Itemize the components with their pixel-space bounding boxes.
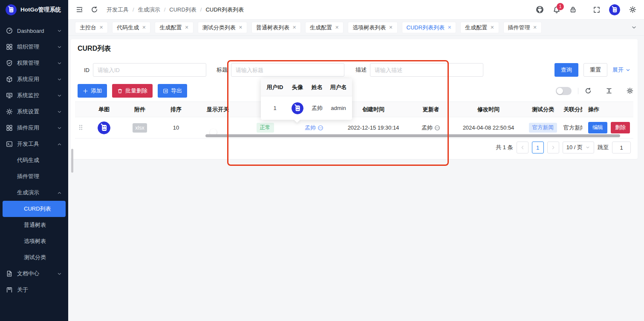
data-table: 单图 附件 排序 显示开关 创建时间 更新者 修改时间 测试分类 关联分类 操作 xyxy=(75,101,633,139)
attachment-badge[interactable]: xlsx xyxy=(133,123,147,133)
sidebar-item-org[interactable]: 组织管理 xyxy=(0,39,68,55)
logo-row[interactable]: HotGo管理系统 xyxy=(0,0,68,20)
refresh-icon[interactable] xyxy=(91,6,98,13)
notifications[interactable]: 1 xyxy=(553,6,560,14)
close-icon[interactable] xyxy=(99,25,103,30)
reset-button[interactable]: 重置 xyxy=(583,63,607,77)
striped-toggle[interactable] xyxy=(556,87,572,95)
popover-username: admin xyxy=(326,105,350,111)
breadcrumb-item[interactable]: CURD列表 xyxy=(169,6,205,14)
sidebar-item-code-gen[interactable]: 代码生成 xyxy=(0,152,68,168)
prev-page-button[interactable] xyxy=(517,142,528,153)
page-size-select[interactable]: 10 / 页 xyxy=(563,142,594,153)
delete-button[interactable]: 删除 xyxy=(611,122,630,133)
grid-icon xyxy=(6,124,13,131)
tab-main-console[interactable]: 主控台 xyxy=(75,22,108,33)
next-page-button[interactable] xyxy=(547,142,559,153)
col-image: 单图 xyxy=(86,102,122,117)
vertical-scrollbar-thumb[interactable] xyxy=(71,149,73,173)
close-icon[interactable] xyxy=(185,25,188,30)
close-icon[interactable] xyxy=(239,25,243,30)
horizontal-scrollbar-thumb[interactable] xyxy=(205,134,620,137)
divider xyxy=(578,88,578,94)
add-button[interactable]: 添加 xyxy=(78,84,107,98)
sidebar-item-system-app[interactable]: 系统应用 xyxy=(0,71,68,87)
settings-gear-icon[interactable] xyxy=(629,6,636,13)
chevron-up-icon xyxy=(57,190,62,196)
sidebar-item-doc-center[interactable]: 文档中心 xyxy=(0,266,68,282)
chevron-down-icon xyxy=(57,77,62,82)
trash-icon xyxy=(117,88,123,94)
sidebar-item-permission[interactable]: 权限管理 xyxy=(0,55,68,71)
popover-user-id: 1 xyxy=(263,105,287,111)
tab-test-category-list[interactable]: 测试分类列表 xyxy=(198,22,247,33)
tab-option-tree-list[interactable]: 选项树表列表 xyxy=(348,22,397,33)
table-tools xyxy=(556,87,633,95)
tab-gen-config-3[interactable]: 生成配置 xyxy=(460,22,499,33)
tab-cudr-list-active[interactable]: CUDR列表列表 xyxy=(402,22,456,33)
breadcrumb-item[interactable]: 开发工具 xyxy=(107,6,138,14)
sidebar-item-dashboard[interactable]: Dashboard xyxy=(0,23,68,39)
table-refresh-icon[interactable] xyxy=(585,87,592,94)
sidebar-item-curd-list[interactable]: CURD列表 xyxy=(3,201,66,217)
tab-plugin-manage[interactable]: 插件管理 xyxy=(503,22,542,33)
search-button[interactable]: 查询 xyxy=(554,63,578,77)
popover-avatar xyxy=(292,102,303,114)
close-icon[interactable] xyxy=(335,25,339,30)
chevron-left-icon xyxy=(520,145,525,150)
tab-normal-tree-list[interactable]: 普通树表列表 xyxy=(251,22,301,33)
title-input[interactable] xyxy=(231,63,344,77)
sidebar-item-plugin-manage[interactable]: 插件管理 xyxy=(0,168,68,185)
batch-delete-button[interactable]: 批量删除 xyxy=(112,84,153,98)
sidebar-item-about[interactable]: 关于 xyxy=(0,282,68,298)
updater-value: 孟帅 xyxy=(422,124,440,132)
col-sort: 排序 xyxy=(158,102,194,117)
notification-badge: 1 xyxy=(557,3,564,10)
creator-link[interactable]: 孟帅 xyxy=(305,124,323,132)
close-icon[interactable] xyxy=(490,25,494,30)
close-icon[interactable] xyxy=(292,25,296,30)
expand-toggle[interactable]: 展开 xyxy=(612,66,631,74)
shield-check-icon xyxy=(6,60,13,67)
sidebar-item-normal-tree[interactable]: 普通树表 xyxy=(0,217,68,233)
breadcrumb: 开发工具 生成演示 CURD列表 CUDR列表列表 xyxy=(107,6,244,14)
edit-button[interactable]: 编辑 xyxy=(588,122,607,133)
tab-gen-config-2[interactable]: 生成配置 xyxy=(305,22,344,33)
row-image-avatar[interactable] xyxy=(98,121,110,134)
row-density-icon[interactable] xyxy=(606,87,612,94)
lock-icon[interactable] xyxy=(569,6,577,13)
export-button[interactable]: 导出 xyxy=(158,84,187,98)
app-logo-icon xyxy=(6,4,17,15)
github-icon[interactable] xyxy=(536,6,544,14)
sidebar-item-test-category[interactable]: 测试分类 xyxy=(0,249,68,266)
tab-gen-config-1[interactable]: 生成配置 xyxy=(155,22,193,33)
desc-input[interactable] xyxy=(370,63,483,77)
jump-page-input[interactable] xyxy=(612,142,631,153)
user-avatar[interactable] xyxy=(609,4,620,15)
sidebar-item-plugin-app[interactable]: 插件应用 xyxy=(0,120,68,136)
column-settings-gear-icon[interactable] xyxy=(627,87,633,94)
tabbar: 主控台 代码生成 生成配置 测试分类列表 普通树表列表 生成配置 选项树表列表 … xyxy=(68,20,644,36)
close-icon[interactable] xyxy=(389,25,393,30)
tab-code-gen[interactable]: 代码生成 xyxy=(112,22,150,33)
dashboard-icon xyxy=(6,27,13,34)
id-input[interactable] xyxy=(93,63,206,77)
drag-handle-icon[interactable] xyxy=(79,124,83,130)
sidebar-item-gen-demo[interactable]: 生成演示 xyxy=(0,185,68,201)
sidebar-item-system-settings[interactable]: 系统设置 xyxy=(0,104,68,120)
close-icon[interactable] xyxy=(533,25,537,30)
table-actions-row: 添加 批量删除 导出 xyxy=(78,84,633,98)
menu-fold-icon[interactable] xyxy=(76,6,83,13)
close-icon[interactable] xyxy=(448,25,451,30)
monitor-icon xyxy=(6,92,13,99)
close-icon[interactable] xyxy=(142,25,146,30)
sidebar-item-devtools[interactable]: 开发工具 xyxy=(0,136,68,152)
tabs-dropdown-chevron-icon[interactable] xyxy=(631,24,637,31)
chevron-down-icon xyxy=(585,145,590,150)
topbar: 开发工具 生成演示 CURD列表 CUDR列表列表 1 xyxy=(68,0,644,20)
fullscreen-icon[interactable] xyxy=(593,6,600,13)
sidebar-item-option-tree[interactable]: 选项树表 xyxy=(0,233,68,249)
breadcrumb-item[interactable]: 生成演示 xyxy=(138,6,170,14)
page-number[interactable]: 1 xyxy=(532,142,544,153)
sidebar-item-system-monitor[interactable]: 系统监控 xyxy=(0,87,68,104)
